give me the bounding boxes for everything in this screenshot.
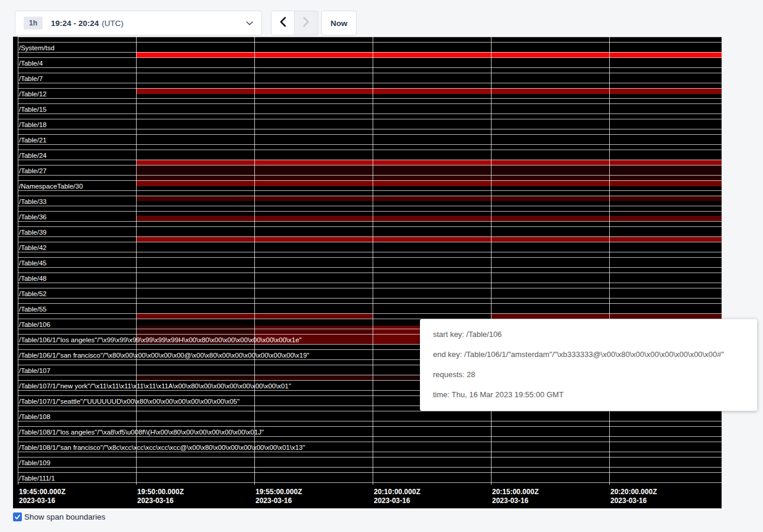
heat-cell	[373, 160, 491, 165]
heat-cell	[609, 196, 722, 201]
span-boundary-line	[18, 129, 722, 129]
heatmap-row-label: /Table/55	[19, 306, 47, 313]
heatmap-row-label: /Table/21	[19, 137, 47, 144]
x-axis-tick-label: 20:15:00.000Z2023-03-16	[491, 488, 539, 505]
span-boundary-line	[18, 313, 722, 314]
span-boundary-line	[18, 482, 722, 483]
span-boundary-line	[18, 113, 722, 114]
heatmap-row-label: /Table/12	[19, 90, 47, 98]
heat-cell	[254, 160, 373, 165]
heat-cell	[254, 313, 373, 319]
heat-cell	[136, 326, 254, 334]
heatmap-row-label: /Table/39	[19, 229, 47, 236]
time-gridline	[373, 37, 373, 485]
span-boundary-line	[18, 426, 722, 427]
heatmap-row-label: /Table/106/1/"san francisco"/"\x80\x00\x…	[19, 352, 309, 359]
span-boundary-line	[18, 98, 722, 99]
heat-cell	[254, 52, 373, 57]
span-boundary-line	[18, 457, 722, 458]
check-icon	[14, 514, 21, 520]
heat-cell	[491, 165, 609, 175]
heatmap-row-label: /NamespaceTable/30	[19, 183, 83, 190]
now-button[interactable]: Now	[321, 11, 357, 35]
previous-time-button[interactable]	[271, 11, 295, 35]
x-axis-tick-label: 19:50:00.000Z2023-03-16	[136, 488, 184, 505]
heatmap-row-label: /Table/111/1	[19, 475, 55, 482]
span-boundary-line	[18, 190, 722, 191]
time-gridline	[609, 37, 610, 485]
span-boundary-line	[18, 472, 722, 473]
x-axis-tick-label: 20:20:00.000Z2023-03-16	[609, 488, 657, 505]
heat-cell	[491, 180, 609, 186]
heat-cell	[136, 52, 254, 57]
heat-cell	[491, 216, 609, 221]
span-boundary-line	[18, 411, 722, 411]
show-span-boundaries-label: Show span boundaries	[24, 512, 105, 521]
heat-cell	[136, 165, 254, 175]
heat-cell	[491, 175, 609, 180]
heatmap-row-label: /Table/33	[19, 198, 47, 206]
tooltip-time: time: Thu, 16 Mar 2023 19:55:00 GMT	[433, 389, 744, 400]
heat-cell	[136, 216, 254, 221]
heat-cell	[609, 165, 722, 175]
heat-cell	[254, 216, 373, 221]
heat-cell	[373, 236, 491, 242]
heatmap-row-label: /Table/108	[19, 413, 50, 421]
tooltip-start-key: start key: /Table/106	[433, 329, 744, 340]
span-boundary-line	[18, 67, 722, 68]
span-boundary-line	[18, 42, 722, 43]
span-boundary-line	[18, 165, 722, 166]
heat-cell	[609, 160, 722, 165]
heat-cell	[609, 216, 722, 221]
span-tooltip: start key: /Table/106 end key: /Table/10…	[420, 319, 757, 411]
span-boundary-line	[18, 257, 722, 258]
heatmap-row-label: /Table/107	[19, 367, 50, 375]
span-boundary-line	[18, 180, 722, 181]
time-gridline	[136, 37, 137, 485]
heat-cell	[491, 236, 609, 242]
time-range-selector[interactable]: 1h 19:24 - 20:24 (UTC)	[15, 11, 262, 35]
heatmap-row-label: /Table/4	[19, 60, 43, 67]
heat-cell	[136, 236, 254, 242]
time-gridline	[254, 37, 255, 485]
heat-cell	[609, 175, 722, 180]
heatmap-row-label: /Table/24	[19, 152, 47, 160]
span-boundary-line	[18, 226, 722, 227]
heatmap-row-label: /Table/108/1/"los angeles"/"\xa8\xf5\u00…	[19, 429, 264, 436]
span-boundary-line	[18, 144, 722, 145]
heatmap-row-label: /Table/15	[19, 106, 47, 113]
heat-cell	[609, 88, 722, 94]
show-span-boundaries-control[interactable]: Show span boundaries	[13, 512, 105, 521]
heat-cell	[491, 196, 609, 201]
heatmap-row-label: /Table/48	[19, 275, 47, 283]
show-span-boundaries-checkbox[interactable]	[13, 512, 22, 521]
heat-cell	[373, 216, 491, 221]
span-boundary-line	[18, 134, 722, 135]
heatmap-row-label: /Table/18	[19, 121, 47, 129]
span-boundary-line	[18, 452, 722, 452]
key-visualizer-heatmap[interactable]: /System/tsd/Table/4/Table/7/Table/12/Tab…	[13, 37, 722, 508]
span-boundary-line	[18, 221, 722, 222]
heat-cell	[254, 236, 373, 242]
heat-cell	[136, 313, 254, 319]
span-boundary-line	[18, 252, 722, 252]
chevron-right-icon	[303, 17, 309, 30]
time-gridline	[491, 37, 492, 485]
span-boundary-line	[18, 421, 722, 421]
span-boundary-line	[18, 119, 722, 119]
span-boundary-line	[18, 442, 722, 442]
heat-cell	[609, 180, 722, 186]
span-boundary-line	[18, 160, 722, 160]
heatmap-row-label: /Table/36	[19, 213, 47, 221]
heat-cell	[609, 236, 722, 242]
heat-cell	[136, 180, 254, 186]
heatmap-row-label: /Table/107/1/"new york"/"\x11\x11\x11\x1…	[19, 382, 291, 390]
span-boundary-line	[18, 267, 722, 268]
span-boundary-line	[18, 467, 722, 468]
heat-cell	[373, 52, 491, 57]
x-axis-tick-label: 20:10:00.000Z2023-03-16	[373, 488, 421, 505]
heat-cell	[491, 88, 609, 94]
heatmap-row-label: /Table/106/1/"los angeles"/"\x99\x99\x99…	[19, 336, 302, 344]
next-time-button[interactable]	[295, 11, 318, 35]
x-axis-tick-label: 19:45:00.000Z2023-03-16	[18, 488, 66, 505]
